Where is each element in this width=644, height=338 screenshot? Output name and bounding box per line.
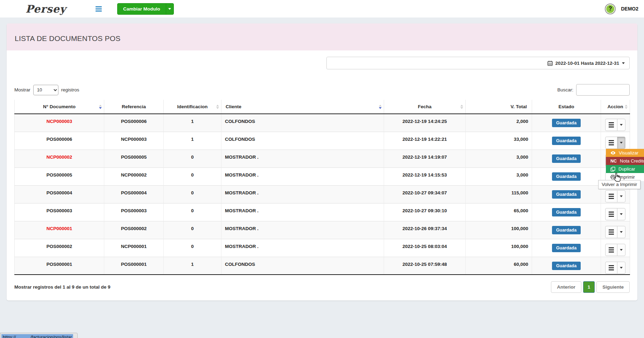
status-badge: Guardada (552, 154, 581, 163)
column-label: Identificacion (177, 104, 207, 109)
cell-cliente: COLFONDOS (221, 257, 384, 275)
row-menu-button[interactable] (606, 119, 617, 131)
change-module-label: Cambiar Modulo (118, 4, 166, 14)
table-row: NCP000003POS0000061COLFONDOS2022-12-19 1… (15, 114, 630, 132)
cell-ref: POS000005 (104, 150, 164, 167)
search-input[interactable] (576, 84, 630, 96)
row-dropdown-toggle[interactable] (617, 137, 625, 149)
row-dropdown-toggle[interactable] (617, 191, 625, 202)
row-actions (605, 226, 625, 238)
change-module-button[interactable]: Cambiar Modulo (117, 3, 174, 15)
page-size-select[interactable]: 10 (33, 85, 58, 95)
cell-ident: 1 (164, 257, 221, 275)
cell-cliente: MOSTRADOR . (221, 185, 384, 203)
hamburger-menu-icon[interactable] (95, 8, 102, 9)
table-row: POS000001POS0000011COLFONDOS2022-10-25 0… (15, 257, 630, 275)
table-header-row: N° DocumentoReferenciaIdentificacionClie… (15, 100, 630, 114)
row-menu-button[interactable] (606, 244, 617, 256)
show-label: Mostrar (14, 87, 30, 92)
column-header-5[interactable]: Fecha (384, 100, 466, 114)
table-row: POS000006NCP0000031COLFONDOS2022-12-19 1… (15, 132, 630, 150)
user-menu[interactable]: DEMO2 (621, 6, 638, 12)
column-header-8[interactable]: Accion (601, 100, 630, 114)
row-actions (605, 262, 625, 274)
column-header-6: V. Total (466, 100, 532, 114)
mouse-cursor-icon (613, 172, 621, 182)
cell-fecha: 2022-12-19 14:19:07 (384, 150, 466, 167)
column-header-4[interactable]: Cliente (221, 100, 384, 114)
cell-total: 100,000 (466, 221, 532, 239)
date-range-selector[interactable]: 2022-10-01 Hasta 2022-12-31 (326, 57, 630, 69)
cell-fecha: 2022-10-26 09:37:34 (384, 221, 466, 239)
pagination-next-button[interactable]: Siguiente (596, 281, 630, 293)
pagination-previous-button[interactable]: Anterior (551, 281, 581, 293)
row-menu-button[interactable] (606, 191, 617, 202)
row-menu-button[interactable] (606, 137, 617, 149)
menu-item-duplicar[interactable]: Duplicar (606, 165, 644, 173)
column-label: Estado (558, 104, 574, 109)
cell-total: 3,000 (466, 150, 532, 167)
row-menu-button[interactable] (606, 262, 617, 274)
cell-cliente: MOSTRADOR . (221, 221, 384, 239)
cell-total: 33,000 (466, 132, 532, 150)
brand-logo: Persey (26, 3, 66, 15)
row-dropdown-toggle[interactable] (617, 226, 625, 238)
card-header: LISTA DE DOCUMENTOS POS (7, 23, 637, 50)
cell-cliente: COLFONDOS (221, 114, 384, 132)
change-module-dropdown-toggle[interactable] (166, 4, 174, 14)
cell-doc: POS000001 (15, 257, 104, 275)
cell-estado: Guardada (532, 221, 601, 239)
top-navbar: Persey Cambiar Modulo ? DEMO2 (0, 0, 644, 18)
row-actions (605, 244, 625, 256)
column-label: Referencia (122, 104, 146, 109)
cell-ident: 0 (164, 185, 221, 203)
help-icon[interactable]: ? (605, 4, 616, 14)
cell-doc: NCP000002 (15, 150, 104, 167)
row-dropdown-toggle[interactable] (617, 119, 625, 131)
sort-icon (625, 105, 628, 109)
cell-total: 2,000 (466, 114, 532, 132)
column-label: V. Total (510, 104, 527, 109)
caret-down-icon (620, 231, 623, 233)
cell-fecha: 2022-10-25 08:03:04 (384, 239, 466, 257)
column-label: Accion (607, 104, 623, 109)
cell-ident: 1 (164, 114, 221, 132)
cell-ref: NCP000002 (104, 167, 164, 185)
caret-down-icon (622, 62, 625, 64)
column-header-1[interactable]: N° Documento (15, 100, 104, 114)
cell-accion (601, 221, 630, 239)
cell-cliente: MOSTRADOR . (221, 239, 384, 257)
hamburger-icon (609, 124, 614, 125)
caret-down-icon (620, 142, 623, 144)
status-badge: Guardada (552, 262, 581, 270)
cell-doc: NCP000001 (15, 221, 104, 239)
registros-label: registros (61, 87, 79, 92)
row-dropdown-toggle[interactable] (617, 262, 625, 274)
cell-ident: 0 (164, 167, 221, 185)
cell-doc: POS000003 (15, 203, 104, 221)
records-summary: Mostrar registros del 1 al 9 de un total… (14, 284, 111, 290)
status-badge: Guardada (552, 190, 581, 199)
menu-item-visualizar[interactable]: Visualizar (606, 149, 644, 157)
caret-down-icon (620, 213, 623, 215)
column-label: Fecha (418, 104, 431, 109)
row-dropdown-toggle[interactable] (617, 208, 625, 220)
cell-ref: POS000003 (104, 203, 164, 221)
caret-down-icon (620, 124, 623, 126)
page-title: LISTA DE DOCUMENTOS POS (15, 34, 121, 43)
sort-icon (460, 105, 463, 109)
column-header-3[interactable]: Identificacion (164, 100, 221, 114)
row-menu-button[interactable] (606, 208, 617, 220)
cell-cliente: COLFONDOS (221, 132, 384, 150)
search-label: Buscar: (557, 87, 573, 92)
pagination-page-1-button[interactable]: 1 (583, 281, 595, 293)
cell-estado: Guardada (532, 114, 601, 132)
action-dropdown-menu: VisualizarNCNota CreditoDuplicarImprimir (606, 149, 644, 181)
row-dropdown-toggle[interactable] (617, 244, 625, 256)
cell-ident: 0 (164, 150, 221, 167)
row-menu-button[interactable] (606, 226, 617, 238)
sort-icon (216, 105, 219, 109)
menu-item-nota-credito[interactable]: NCNota Credito (606, 157, 644, 165)
cell-doc: POS000005 (15, 167, 104, 185)
row-actions (605, 208, 625, 220)
